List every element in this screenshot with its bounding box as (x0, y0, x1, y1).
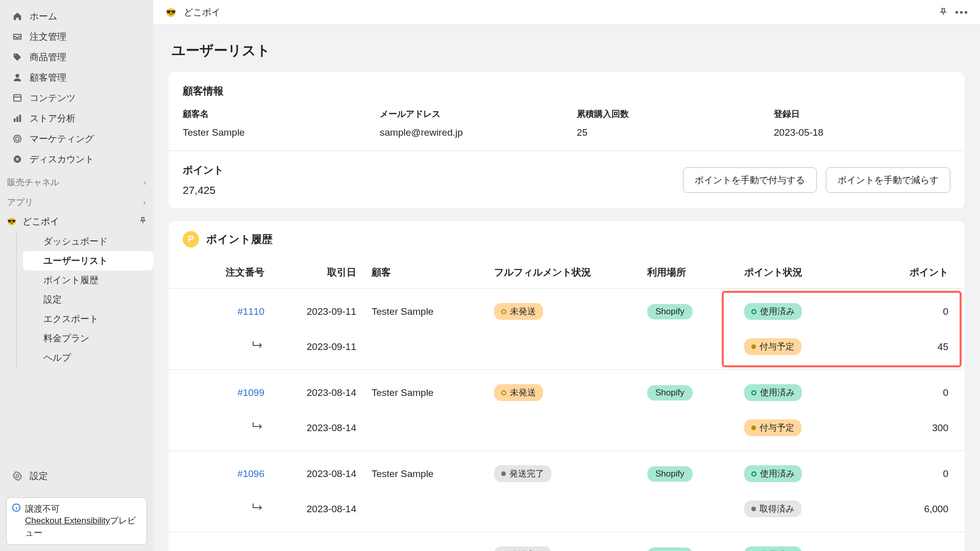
cell-status: 使用済み (744, 384, 867, 401)
status-badge: 未発送 (494, 384, 543, 401)
th-customer: 顧客 (372, 266, 494, 279)
nav-customers[interactable]: 顧客管理 (5, 67, 148, 88)
channels-header[interactable]: 販売チャネル › (0, 171, 153, 191)
more-icon[interactable]: ••• (955, 7, 969, 18)
status-badge: 付与予定 (744, 419, 801, 436)
th-location: 利用場所 (647, 266, 744, 279)
svg-point-0 (15, 74, 19, 78)
cell-points: 6,000 (867, 504, 948, 515)
subnav-userlist[interactable]: ユーザーリスト (23, 251, 153, 270)
svg-point-6 (15, 137, 19, 140)
nav-content-label: コンテンツ (30, 92, 76, 104)
subnav-dashboard[interactable]: ダッシュボード (32, 232, 153, 251)
subnav-export[interactable]: エクスポート (32, 309, 153, 329)
subnav-settings[interactable]: 設定 (32, 290, 153, 309)
nav-home[interactable]: ホーム (5, 6, 148, 27)
cell-location: Shopify (647, 385, 744, 400)
cell-customer: Tester Sample (372, 306, 494, 317)
customer-date: 2023-05-18 (774, 127, 950, 138)
pin-icon[interactable] (939, 7, 948, 18)
status-badge: 取得済み (744, 500, 801, 517)
cell-date: 2023-08-14 (280, 387, 372, 398)
info-label: 登録日 (774, 108, 950, 120)
badge-dot-icon (751, 344, 756, 349)
nav-analytics[interactable]: ストア分析 (5, 108, 148, 129)
order-link[interactable]: #1110 (237, 306, 264, 317)
content: ユーザーリスト 顧客情報 顧客名 Tester Sample メールアドレス s… (153, 25, 980, 551)
order-link[interactable]: #1095 (237, 549, 264, 551)
customer-section-title: 顧客情報 (183, 84, 950, 98)
location-badge: Shopify (647, 385, 693, 400)
status-badge: 使用済み (744, 546, 802, 551)
badge-dot-icon (751, 390, 756, 395)
topbar-app: 😎 どこポイ (164, 6, 220, 19)
history-header-row: 注文番号 取引日 顧客 フルフィルメント状況 利用場所 ポイント状況 ポイント (168, 257, 965, 289)
customer-count-col: 累積購入回数 25 (577, 108, 753, 138)
nav-marketing[interactable]: マーケティング (5, 129, 148, 149)
alert-link[interactable]: Checkout Extensibility (25, 516, 110, 525)
nav-products[interactable]: 商品管理 (5, 47, 148, 67)
customer-count: 25 (577, 127, 753, 138)
topbar: 😎 どこポイ ••• (153, 0, 980, 25)
cell-status: 付与予定 (744, 338, 867, 355)
history-title: ポイント履歴 (206, 232, 273, 246)
status-badge: 付与予定 (744, 338, 801, 355)
order-link[interactable]: #1096 (237, 468, 264, 479)
subnav-plan[interactable]: 料金プラン (32, 329, 153, 348)
status-badge: 発送完了 (494, 546, 551, 551)
badge-dot-icon (751, 471, 756, 477)
table-subrow: 2023-08-14 付与予定 300 (168, 410, 965, 445)
history-group: #1096 2023-08-14 Tester Sample 発送完了 Shop… (168, 451, 965, 532)
subnav-label: ダッシュボード (43, 235, 108, 247)
subnav-label: エクスポート (43, 313, 99, 325)
nav-orders[interactable]: 注文管理 (5, 27, 148, 47)
points-badge-icon: P (183, 231, 199, 247)
points-value: 27,425 (183, 184, 224, 196)
points-label: ポイント (183, 163, 224, 177)
app-logo-icon: 😎 (6, 216, 16, 227)
nav-home-label: ホーム (30, 10, 57, 22)
subrow-arrow-icon (183, 503, 280, 515)
order-link[interactable]: #1099 (237, 387, 264, 398)
add-points-button[interactable]: ポイントを手動で付与する (683, 167, 817, 193)
location-badge: Shopify (647, 304, 693, 319)
cell-fulfill: 発送完了 (494, 465, 647, 482)
app-item-dokopoi[interactable]: 😎 どこポイ (0, 211, 153, 232)
subrow-arrow-icon (183, 421, 280, 434)
table-row: #1095 2023-08-14 Tester Sample 発送完了 Shop… (168, 537, 965, 551)
cell-location: Shopify (647, 547, 744, 551)
app-subnav: ダッシュボード ユーザーリスト ポイント履歴 設定 エクスポート 料金プラン ヘ… (16, 232, 153, 367)
cell-points: 45 (867, 341, 948, 353)
app-logo-icon: 😎 (164, 6, 178, 19)
cell-date: 2023-08-14 (280, 422, 372, 434)
nav-content[interactable]: コンテンツ (5, 88, 148, 108)
apps-header[interactable]: アプリ › (0, 191, 153, 211)
cell-status: 使用済み (744, 546, 867, 551)
apps-label: アプリ (7, 196, 33, 208)
subnav-point-history[interactable]: ポイント履歴 (32, 270, 153, 290)
badge-dot-icon (501, 471, 506, 476)
cell-date: 2023-08-14 (280, 468, 372, 480)
subnav-label: ヘルプ (43, 352, 71, 364)
target-icon (12, 134, 22, 144)
nav-discounts[interactable]: ディスカウント (5, 149, 148, 169)
subtract-points-button[interactable]: ポイントを手動で減らす (826, 167, 950, 193)
customer-name-col: 顧客名 Tester Sample (183, 108, 359, 138)
cell-points: 300 (867, 422, 948, 434)
customer-email-col: メールアドレス sample@rewired.jp (380, 108, 556, 138)
table-row: #1099 2023-08-14 Tester Sample 未発送 Shopi… (168, 375, 965, 410)
subnav-label: ユーザーリスト (43, 255, 108, 267)
pin-icon[interactable] (139, 216, 147, 227)
subnav-help[interactable]: ヘルプ (32, 348, 153, 367)
status-badge: 使用済み (744, 303, 802, 320)
subrow-arrow-icon (183, 340, 280, 353)
cell-customer: Tester Sample (372, 549, 494, 551)
nav-settings[interactable]: 設定 (5, 466, 148, 486)
badge-dot-icon (751, 309, 756, 314)
th-order: 注文番号 (183, 266, 280, 279)
home-icon (12, 11, 22, 21)
content-icon (12, 93, 22, 103)
alert-box: 譲渡不可 Checkout Extensibilityプレビュー (6, 497, 147, 545)
badge-dot-icon (501, 390, 506, 395)
th-date: 取引日 (280, 266, 372, 279)
